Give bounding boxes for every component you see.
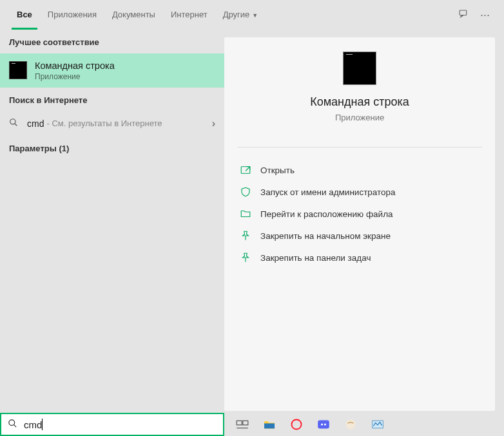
- svg-point-13: [321, 423, 323, 425]
- preview-subtitle: Приложение: [224, 113, 495, 122]
- open-icon: [240, 164, 251, 176]
- svg-point-1: [10, 119, 15, 124]
- best-match-result[interactable]: Командная строка Приложение: [0, 53, 224, 88]
- discord-icon[interactable]: [317, 419, 330, 430]
- folder-icon: [240, 208, 251, 220]
- chevron-down-icon: ▼: [252, 12, 258, 19]
- more-options-icon[interactable]: ⋯: [474, 9, 495, 21]
- action-pin-start[interactable]: Закрепить на начальном экране: [237, 225, 482, 247]
- svg-point-14: [324, 423, 326, 425]
- feedback-icon[interactable]: [454, 8, 474, 22]
- tab-internet[interactable]: Интернет: [163, 0, 215, 30]
- taskbar: [224, 419, 504, 430]
- app-icon-1[interactable]: [344, 419, 357, 430]
- svg-point-11: [292, 420, 302, 430]
- tab-other[interactable]: Другие▼: [215, 0, 266, 30]
- svg-rect-0: [460, 10, 467, 15]
- action-pin-start-label: Закрепить на начальном экране: [260, 231, 391, 241]
- tab-all[interactable]: Все: [9, 0, 40, 30]
- app-icon-2[interactable]: [371, 419, 384, 430]
- search-box[interactable]: cmd: [0, 413, 224, 436]
- chevron-right-icon: ›: [212, 118, 215, 129]
- preview-app-icon: [343, 52, 376, 85]
- search-input[interactable]: cmd: [24, 419, 42, 430]
- svg-point-15: [346, 420, 356, 430]
- svg-line-7: [14, 424, 16, 427]
- best-match-title: Командная строка: [35, 60, 115, 72]
- section-web-search: Поиск в Интернете: [0, 88, 224, 111]
- tab-documents[interactable]: Документы: [104, 0, 163, 30]
- tab-other-label: Другие: [223, 10, 250, 19]
- pin-taskbar-icon: [240, 252, 251, 263]
- action-open-location-label: Перейти к расположению файла: [260, 209, 393, 219]
- divider: [237, 147, 482, 147]
- preview-pane: Командная строка Приложение Открыть Запу…: [224, 30, 504, 413]
- svg-rect-12: [318, 421, 329, 429]
- section-best-match: Лучшее соответствие: [0, 30, 224, 53]
- opera-icon[interactable]: [290, 419, 303, 430]
- footer: cmd: [0, 413, 504, 436]
- action-open-location[interactable]: Перейти к расположению файла: [237, 203, 482, 225]
- action-open[interactable]: Открыть: [237, 159, 482, 181]
- cmd-icon: [9, 61, 27, 79]
- action-run-admin[interactable]: Запуск от имени администратора: [237, 181, 482, 203]
- explorer-icon[interactable]: [263, 419, 276, 430]
- svg-point-6: [9, 419, 15, 425]
- action-run-admin-label: Запуск от имени администратора: [260, 187, 396, 197]
- svg-rect-8: [237, 421, 242, 424]
- task-view-icon[interactable]: [236, 419, 249, 430]
- action-pin-taskbar[interactable]: Закрепить на панели задач: [237, 247, 482, 269]
- action-pin-taskbar-label: Закрепить на панели задач: [260, 253, 371, 263]
- search-icon: [8, 419, 17, 431]
- tab-apps[interactable]: Приложения: [40, 0, 104, 30]
- shield-icon: [240, 186, 251, 198]
- web-search-result[interactable]: cmd - См. результаты в Интернете ›: [0, 111, 224, 136]
- section-settings[interactable]: Параметры (1): [0, 136, 224, 160]
- preview-title: Командная строка: [224, 95, 495, 109]
- search-icon: [9, 118, 27, 129]
- pin-start-icon: [240, 230, 251, 242]
- results-pane: Лучшее соответствие Командная строка При…: [0, 30, 224, 413]
- action-open-label: Открыть: [260, 166, 295, 175]
- best-match-subtitle: Приложение: [35, 72, 115, 81]
- web-hint: - См. результаты в Интернете: [46, 118, 162, 128]
- text-cursor: [42, 419, 43, 430]
- web-query: cmd: [27, 118, 44, 129]
- search-tabs: Все Приложения Документы Интернет Другие…: [0, 0, 504, 30]
- svg-rect-9: [243, 421, 248, 424]
- svg-line-2: [15, 124, 17, 126]
